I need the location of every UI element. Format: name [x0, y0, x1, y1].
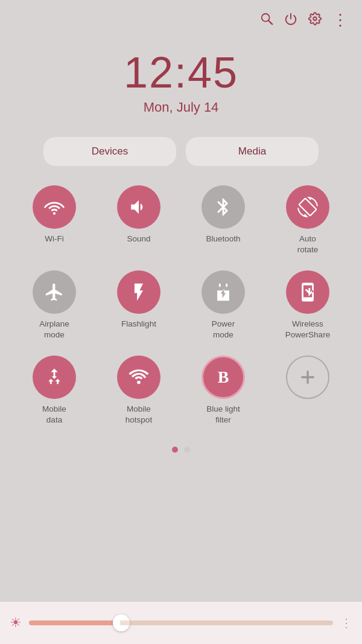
- wireless-toggle[interactable]: WirelessPowerShare: [265, 266, 350, 345]
- power-icon[interactable]: [284, 12, 297, 29]
- media-tab[interactable]: Media: [186, 137, 319, 166]
- bluelight-icon-circle: B: [202, 355, 245, 399]
- svg-rect-4: [226, 284, 227, 287]
- airplane-label: Airplanemode: [39, 319, 69, 340]
- bluetooth-toggle[interactable]: Bluetooth: [181, 180, 265, 260]
- svg-point-2: [313, 17, 317, 21]
- top-bar: ⋮: [0, 0, 362, 30]
- brightness-fill: [29, 620, 120, 625]
- bluelight-toggle[interactable]: B Blue lightfilter: [181, 351, 265, 430]
- airplane-toggle[interactable]: Airplanemode: [12, 266, 97, 345]
- dot-2: [184, 447, 190, 453]
- mobiledata-icon-circle: [33, 355, 76, 399]
- flashlight-label: Flashlight: [121, 319, 156, 330]
- brightness-track[interactable]: [29, 620, 333, 625]
- svg-line-1: [268, 21, 272, 24]
- add-icon-circle: [286, 355, 329, 399]
- hotspot-icon-circle: [117, 355, 160, 399]
- clock-section: 12:45 Mon, July 14: [0, 48, 362, 115]
- devices-tab[interactable]: Devices: [43, 137, 176, 166]
- pagination-dots: [0, 447, 362, 453]
- bluetooth-icon-circle: [202, 185, 245, 229]
- clock-date: Mon, July 14: [0, 100, 362, 115]
- bluetooth-label: Bluetooth: [206, 234, 240, 244]
- powermode-label: Powermode: [212, 319, 235, 340]
- svg-rect-3: [219, 284, 221, 287]
- sound-toggle[interactable]: Sound: [97, 180, 181, 260]
- brightness-unfilled: [120, 620, 333, 625]
- mobiledata-label: Mobiledata: [42, 404, 66, 425]
- powermode-toggle[interactable]: Powermode: [181, 266, 265, 345]
- brightness-more-icon[interactable]: ⋮: [340, 616, 352, 630]
- wifi-toggle[interactable]: Wi-Fi: [12, 180, 97, 260]
- airplane-icon-circle: [33, 270, 76, 314]
- more-icon[interactable]: ⋮: [332, 11, 348, 30]
- wireless-label: WirelessPowerShare: [285, 319, 330, 340]
- wifi-icon-circle: [33, 185, 76, 229]
- tab-row: Devices Media: [14, 137, 348, 166]
- search-icon[interactable]: [260, 12, 273, 29]
- brightness-bar: ☀ ⋮: [0, 602, 362, 644]
- settings-icon[interactable]: [308, 12, 322, 29]
- wifi-label: Wi-Fi: [45, 234, 63, 244]
- bluelight-label: Blue lightfilter: [206, 404, 240, 425]
- flashlight-icon-circle: [117, 270, 160, 314]
- powermode-icon-circle: [202, 270, 245, 314]
- autorotate-label: Autorotate: [297, 234, 319, 255]
- mobiledata-toggle[interactable]: Mobiledata: [12, 351, 97, 430]
- hotspot-toggle[interactable]: Mobilehotspot: [97, 351, 181, 430]
- brightness-icon: ☀: [10, 615, 22, 631]
- sound-label: Sound: [127, 234, 150, 244]
- autorotate-toggle[interactable]: Autorotate: [265, 180, 350, 260]
- quick-settings-grid: Wi-Fi Sound Bluetooth Autorotate Airplan…: [0, 180, 362, 430]
- flashlight-toggle[interactable]: Flashlight: [97, 266, 181, 345]
- clock-time: 12:45: [0, 48, 362, 97]
- sound-icon-circle: [117, 185, 160, 229]
- wireless-icon-circle: [286, 270, 329, 314]
- hotspot-label: Mobilehotspot: [125, 404, 152, 425]
- dot-1: [172, 447, 178, 453]
- add-tile-button[interactable]: [265, 351, 350, 430]
- autorotate-icon-circle: [286, 185, 329, 229]
